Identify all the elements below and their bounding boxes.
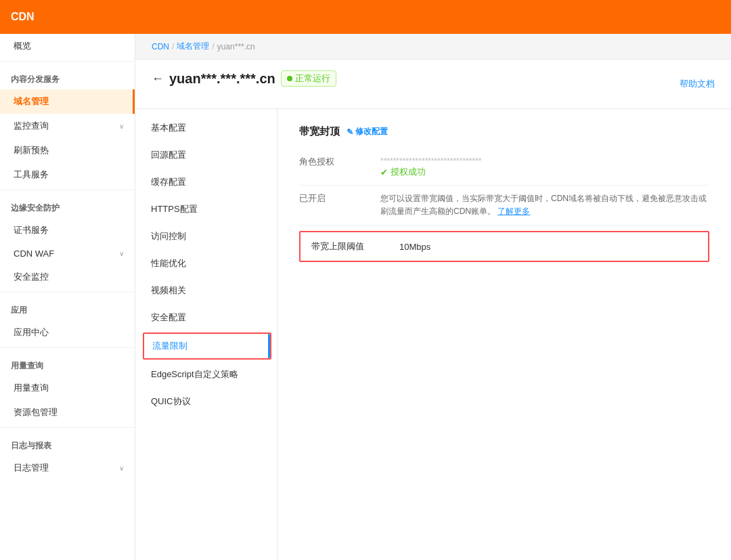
threshold-label: 带宽上限阈值 [311, 240, 399, 253]
check-circle-icon: ✔ [380, 167, 388, 177]
section-title-text: 带宽封顶 [299, 125, 340, 138]
help-doc-link[interactable]: 帮助文档 [680, 79, 715, 89]
edit-pencil-icon: ✎ [347, 127, 353, 137]
left-nav-edgescript[interactable]: EdgeScript自定义策略 [137, 361, 277, 388]
enabled-desc-text: 您可以设置带宽阈值，当实际带宽大于阈值时，CDN域名将被自动下线，避免被恶意攻击… [380, 194, 707, 216]
breadcrumb-cdn[interactable]: CDN [152, 42, 169, 51]
sidebar-item-tools[interactable]: 工具服务 [0, 163, 135, 187]
sidebar-divider [0, 61, 135, 62]
chevron-down-icon: ∨ [119, 123, 124, 130]
enabled-desc: 您可以设置带宽阈值，当实际带宽大于阈值时，CDN域名将被自动下线，避免被恶意攻击… [380, 192, 709, 218]
sidebar-item-label: 刷新预热 [14, 144, 49, 156]
status-text: 正常运行 [295, 72, 330, 85]
auth-value: ******************************** ✔ 授权成功 [380, 156, 489, 178]
breadcrumb-domain-mgmt[interactable]: 域名管理 [177, 41, 209, 52]
sidebar-item-domain[interactable]: 域名管理 [0, 89, 135, 114]
left-nav-basic-config[interactable]: 基本配置 [137, 114, 277, 142]
sidebar-item-label: 应用中心 [14, 326, 49, 339]
sidebar-item-label: 用量查询 [14, 382, 49, 394]
sidebar-item-label: 安全监控 [14, 271, 49, 283]
sidebar-section-log: 日志与报表 [0, 431, 135, 456]
sidebar-divider-5 [0, 427, 135, 428]
left-nav-origin-config[interactable]: 回源配置 [137, 142, 277, 169]
left-nav: 基本配置 回源配置 缓存配置 HTTPS配置 访问控制 [135, 109, 278, 560]
threshold-value: 10Mbps [399, 242, 430, 252]
sidebar-item-refresh[interactable]: 刷新预热 [0, 138, 135, 163]
sidebar-item-monitor[interactable]: 监控查询 ∨ [0, 114, 135, 138]
left-nav-quic[interactable]: QUIC协议 [137, 388, 277, 415]
status-badge: 正常运行 [281, 70, 336, 87]
sidebar-item-usagequery[interactable]: 用量查询 [0, 376, 135, 400]
info-row-auth: 角色授权 ******************************** ✔ … [299, 149, 709, 186]
sidebar-item-label: 资源包管理 [14, 406, 58, 418]
auth-success-badge: ✔ 授权成功 [380, 166, 489, 178]
page-title: yuan***.***.***.cn [169, 71, 275, 87]
sidebar-section-content: 内容分发服务 [0, 64, 135, 89]
breadcrumb-current: yuan***.cn [217, 42, 255, 51]
back-button[interactable]: ← [152, 72, 164, 86]
sidebar-divider-3 [0, 292, 135, 293]
auth-masked-value: ******************************** [380, 156, 481, 166]
sidebar-item-resourcepkg[interactable]: 资源包管理 [0, 400, 135, 425]
sidebar-item-label: CDN WAF [14, 249, 54, 259]
sidebar-item-label: 监控查询 [14, 120, 49, 132]
left-nav-perf-opt[interactable]: 性能优化 [137, 250, 277, 277]
threshold-row: 带宽上限阈值 10Mbps [299, 231, 709, 262]
sidebar-item-appcenter[interactable]: 应用中心 [0, 320, 135, 345]
topbar: CDN [0, 0, 731, 34]
sidebar-item-overview[interactable]: 概览 [0, 34, 135, 58]
auth-status-text: 授权成功 [391, 166, 426, 178]
sidebar-item-label: 工具服务 [14, 169, 49, 181]
chevron-down-icon-2: ∨ [119, 250, 124, 257]
status-dot-icon [287, 76, 292, 81]
two-col-layout: 基本配置 回源配置 缓存配置 HTTPS配置 访问控制 [135, 109, 731, 560]
sidebar-item-waf[interactable]: CDN WAF ∨ [0, 242, 135, 265]
sidebar-section-usage: 用量查询 [0, 351, 135, 376]
breadcrumb: CDN / 域名管理 / yuan***.cn [135, 34, 731, 60]
left-nav-cache-config[interactable]: 缓存配置 [137, 169, 277, 196]
left-nav-https-config[interactable]: HTTPS配置 [137, 196, 277, 223]
sidebar-item-label: 证书服务 [14, 224, 49, 236]
chevron-down-icon-3: ∨ [119, 465, 124, 472]
sidebar-section-app: 应用 [0, 295, 135, 320]
learn-more-link[interactable]: 了解更多 [497, 207, 530, 216]
sidebar-item-secmon[interactable]: 安全监控 [0, 265, 135, 289]
left-nav-traffic-limit[interactable]: 流量限制 [143, 332, 271, 360]
topbar-title: CDN [11, 11, 35, 23]
auth-label: 角色授权 [299, 156, 380, 168]
sidebar-item-cert[interactable]: 证书服务 [0, 218, 135, 242]
sidebar-item-logmgmt[interactable]: 日志管理 ∨ [0, 456, 135, 480]
breadcrumb-sep2: / [212, 42, 214, 51]
sidebar-item-label: 日志管理 [14, 462, 49, 474]
left-nav-video[interactable]: 视频相关 [137, 277, 277, 304]
info-row-enabled: 已开启 您可以设置带宽阈值，当实际带宽大于阈值时，CDN域名将被自动下线，避免被… [299, 186, 709, 225]
sidebar-item-label: 概览 [14, 40, 31, 52]
sidebar-divider-4 [0, 347, 135, 348]
left-nav-access-control[interactable]: 访问控制 [137, 223, 277, 250]
section-title: 带宽封顶 ✎ 修改配置 [299, 125, 709, 138]
breadcrumb-sep1: / [172, 42, 174, 51]
sidebar-divider-2 [0, 190, 135, 190]
sidebar-item-label: 域名管理 [14, 95, 49, 108]
sidebar-section-security: 边缘安全防护 [0, 193, 135, 218]
left-nav-security[interactable]: 安全配置 [137, 304, 277, 331]
sidebar: 概览 内容分发服务 域名管理 监控查询 ∨ 刷新预热 工具服务 边缘安全防护 证… [0, 34, 135, 560]
edit-config-link[interactable]: ✎ 修改配置 [347, 126, 388, 137]
content-area: CDN / 域名管理 / yuan***.cn ← yuan***.***.**… [135, 34, 731, 560]
page-header: ← yuan***.***.***.cn 正常运行 帮助文档 [135, 60, 731, 109]
enabled-label: 已开启 [299, 192, 380, 204]
detail-panel: 带宽封顶 ✎ 修改配置 角色授权 ***********************… [278, 109, 731, 560]
